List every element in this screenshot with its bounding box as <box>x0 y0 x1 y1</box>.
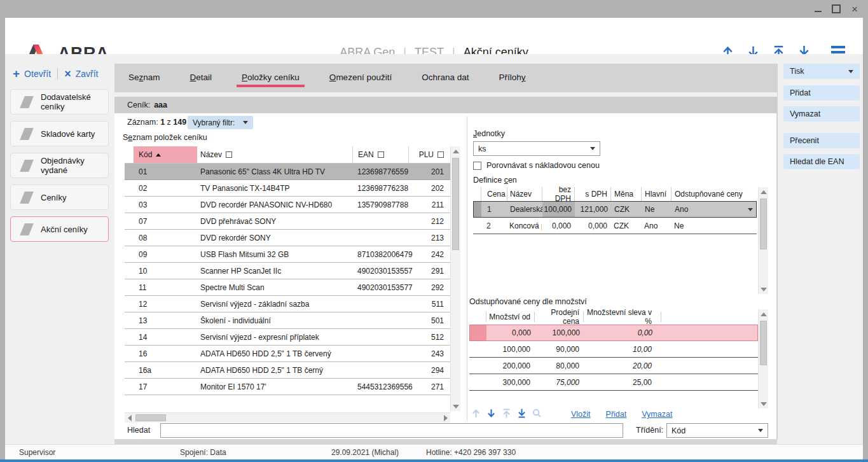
price-definitions-table: Cena Název bez DPH s DPH Měna Hlavní Ods… <box>473 187 757 234</box>
column-header-kod[interactable]: Kód <box>134 146 197 163</box>
sidebar-item-ceniky[interactable]: Ceníky <box>10 185 109 210</box>
quantity-price-row[interactable]: 300,000 75,000 25,00 <box>469 374 758 391</box>
column-header-cena[interactable]: Cena <box>481 187 507 201</box>
item-row[interactable]: 13Školení - individuální501 <box>125 312 450 329</box>
price-definition-row[interactable]: 2 Koncová p 0,000 0,000 CZK Ano Ne <box>473 218 757 234</box>
chevron-down-icon <box>758 429 763 432</box>
item-row[interactable]: 10Scanner HP ScanJet IIc4902030153557291 <box>125 263 450 279</box>
scrollbar-thumb[interactable] <box>760 321 767 365</box>
compare-cost-checkbox[interactable] <box>473 162 481 170</box>
column-header-mnozstvi-od[interactable]: Množství od <box>486 312 534 323</box>
items-horizontal-scrollbar[interactable] <box>125 412 450 423</box>
item-row[interactable]: 02TV Panasonic TX-14B4TP123698776238202 <box>125 180 450 197</box>
maximize-button[interactable] <box>829 3 843 15</box>
panel-bottom-strip <box>114 439 777 444</box>
sort-dropdown[interactable]: Kód <box>666 423 768 438</box>
sidebar-item-objednavky-vydane[interactable]: Objednávky vydané <box>10 153 109 178</box>
scroll-up-icon[interactable] <box>759 309 768 319</box>
close-button[interactable]: × <box>848 3 862 15</box>
selected-filter-dropdown[interactable]: Vybraný filtr: <box>188 116 253 129</box>
move-down-icon[interactable] <box>486 408 497 419</box>
agenda-icon <box>20 96 34 108</box>
tab-ochrana-dat[interactable]: Ochrana dat <box>422 64 469 92</box>
column-header-mnozstevni-sleva[interactable]: Množstevní sleva v % <box>583 312 661 323</box>
items-table-header: Kód Název EAN PLU <box>125 146 450 164</box>
definitions-vertical-scrollbar[interactable] <box>758 187 768 294</box>
quantity-price-row[interactable]: 0,000 100,000 0,00 <box>469 325 758 341</box>
minimize-button[interactable] <box>811 3 825 15</box>
add-button[interactable]: Přidat <box>783 85 860 101</box>
tab-bar: Seznam Detail Položky ceníku Omezení pou… <box>114 64 777 92</box>
items-vertical-scrollbar[interactable] <box>450 146 460 411</box>
quantity-prices-caption: Odstupňované ceny dle množství <box>469 297 587 306</box>
column-header-mena[interactable]: Měna <box>610 187 641 201</box>
compare-cost-label: Porovnávat s nákladovou cenou <box>486 161 600 170</box>
column-header-plu[interactable]: PLU <box>408 146 450 163</box>
tab-seznam[interactable]: Seznam <box>128 64 160 92</box>
maximize-icon <box>832 4 841 13</box>
add-link[interactable]: Přidat <box>606 410 627 419</box>
open-button[interactable]: +Otevřít <box>13 69 51 79</box>
cenik-info-bar: Ceník:aaa <box>114 97 777 113</box>
reprice-button[interactable]: Přecenit <box>783 133 860 148</box>
tab-polozky-ceniku[interactable]: Položky ceníku <box>242 64 300 92</box>
scrollbar-thumb[interactable] <box>452 158 459 250</box>
item-row[interactable]: 14Servisní výjezd - expresní příplatek51… <box>125 329 450 346</box>
item-row[interactable]: 16aADATA HD650 HDD 2,5" 1 TB černý294 <box>125 362 450 379</box>
column-header-ean[interactable]: EAN <box>352 146 408 163</box>
insert-link[interactable]: Vložit <box>571 410 591 419</box>
item-row[interactable]: 11Spectre Multi Scan4902030153577292 <box>125 279 450 296</box>
item-row[interactable]: 09USB Flash Mitsumi 32 GB871038200647924… <box>125 246 450 263</box>
item-row[interactable]: 12Servisní výjezd - základní sazba511 <box>125 296 450 312</box>
sidebar-item-akcni-ceniky[interactable]: Akční ceníky <box>10 216 109 242</box>
item-row[interactable]: 16ADATA HD650 HDD 2,5" 1 TB červený243 <box>125 346 450 362</box>
scroll-down-icon[interactable] <box>759 399 768 409</box>
move-last-icon[interactable] <box>516 408 527 419</box>
scroll-right-icon[interactable] <box>441 413 450 423</box>
find-by-ean-button[interactable]: Hledat dle EAN <box>783 154 860 169</box>
quantity-price-row[interactable]: 200,000 80,000 20,00 <box>469 358 758 374</box>
scroll-up-icon[interactable] <box>759 187 768 197</box>
scroll-down-icon[interactable] <box>759 284 768 294</box>
column-filter-icon <box>226 151 232 158</box>
tab-detail[interactable]: Detail <box>190 64 212 92</box>
scroll-up-icon[interactable] <box>451 146 460 156</box>
print-button[interactable]: Tisk <box>783 64 860 79</box>
item-row[interactable]: 08DVD rekordér SONY213 <box>125 230 450 246</box>
panel-splitter[interactable] <box>467 116 467 421</box>
chevron-down-icon <box>848 70 853 73</box>
item-row[interactable]: 17Monitor EI 1570 17'5445312369556271 <box>125 379 450 395</box>
column-header-nazev[interactable]: Název <box>507 187 542 201</box>
sidebar-item-skladove-karty[interactable]: Skladové karty <box>10 121 109 146</box>
panel-divider <box>777 64 778 439</box>
quantity-vertical-scrollbar[interactable] <box>758 309 768 409</box>
window-titlebar: × <box>0 0 868 18</box>
scrollbar-thumb[interactable] <box>760 199 767 249</box>
scroll-down-icon[interactable] <box>451 402 460 411</box>
close-agenda-button[interactable]: ×Zavřít <box>64 69 98 79</box>
scroll-left-icon[interactable] <box>125 413 134 423</box>
quantity-price-row[interactable]: 100,000 90,000 10,00 <box>469 341 758 358</box>
search-input[interactable] <box>160 423 623 438</box>
item-row[interactable]: 03DVD recordér PANASONIC NV-HD6801357909… <box>125 197 450 213</box>
column-header-prodejni-cena[interactable]: Prodejní cena <box>534 312 583 323</box>
column-header-s-dph[interactable]: s DPH <box>574 187 610 201</box>
scrollbar-thumb[interactable] <box>135 414 166 421</box>
graded-prices-dropdown[interactable]: Ano <box>672 205 757 214</box>
x-icon: × <box>64 69 71 78</box>
units-dropdown[interactable]: ks <box>473 141 600 156</box>
column-header-odstupnovane[interactable]: Odstupňované ceny <box>671 187 757 201</box>
tab-omezeni-pouziti[interactable]: Omezení použití <box>329 64 392 92</box>
sidebar-item-dodavatelske-ceniky[interactable]: Dodavatelské ceníky <box>10 89 109 115</box>
window-bottom-border <box>0 459 868 462</box>
agenda-icon <box>20 160 34 172</box>
item-row[interactable]: 01Panasonic 65" Class 4K Ultra HD TV1236… <box>125 164 450 180</box>
item-row[interactable]: 07DVD přehrávač SONY212 <box>125 213 450 230</box>
column-header-hlavni[interactable]: Hlavní <box>641 187 671 201</box>
delete-button[interactable]: Vymazat <box>783 106 860 122</box>
delete-link[interactable]: Vymazat <box>642 410 672 419</box>
price-definition-row[interactable]: 1 Dealerská 100,000 121,000 CZK Ne Ano <box>473 201 757 218</box>
column-header-bez-dph[interactable]: bez DPH <box>542 187 574 201</box>
column-header-nazev[interactable]: Název <box>197 146 352 163</box>
tab-prilohy[interactable]: Přílohy <box>499 64 525 92</box>
